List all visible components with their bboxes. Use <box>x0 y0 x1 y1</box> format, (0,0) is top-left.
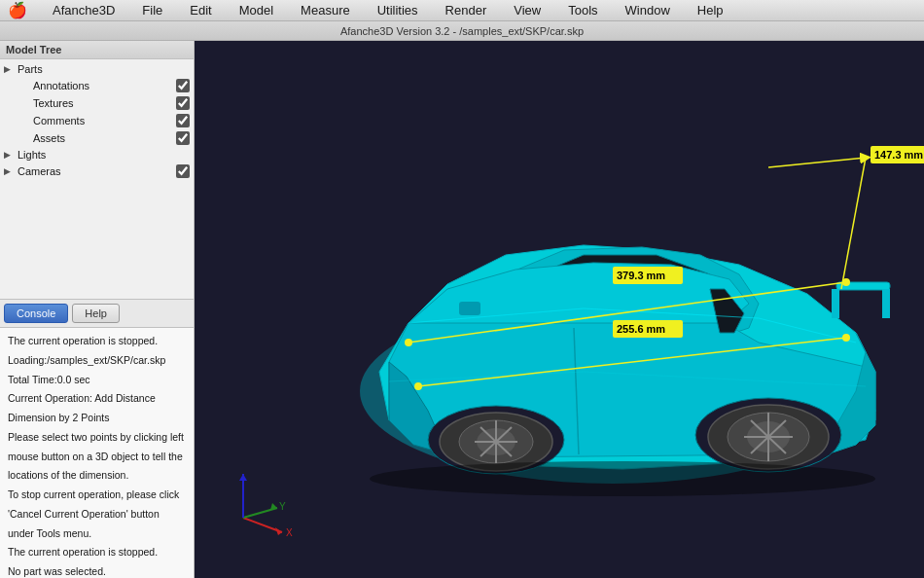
tree-item-lights[interactable]: ▶ Lights <box>0 147 194 163</box>
menu-model[interactable]: Model <box>233 1 279 19</box>
car-svg: 147.3 mm 379.3 mm 255.6 mm X <box>195 41 924 578</box>
svg-text:Y: Y <box>279 501 286 512</box>
console-line: No part was selected. <box>8 564 186 578</box>
tree-item-parts[interactable]: ▶ Parts <box>0 61 194 77</box>
svg-rect-9 <box>832 289 839 318</box>
menu-measure[interactable]: Measure <box>295 1 356 19</box>
svg-rect-14 <box>459 302 480 315</box>
model-tree-header: Model Tree <box>0 41 194 59</box>
car-scene: 147.3 mm 379.3 mm 255.6 mm X <box>195 41 924 578</box>
console-line: Loading:/samples_ext/SKP/car.skp <box>8 353 186 369</box>
svg-point-37 <box>405 339 412 346</box>
annotations-checkbox[interactable] <box>176 79 190 92</box>
menu-afanche3d[interactable]: Afanche3D <box>47 1 121 19</box>
console-line: locations of the dimension. <box>8 468 186 484</box>
console-line: Dimension by 2 Points <box>8 411 186 426</box>
parts-arrow: ▶ <box>4 64 18 74</box>
menu-view[interactable]: View <box>508 1 547 19</box>
svg-point-31 <box>370 461 875 496</box>
left-panel: Model Tree ▶ Parts Annotations Textures <box>0 41 195 578</box>
console-area: The current operation is stopped.Loading… <box>0 327 194 578</box>
svg-point-42 <box>414 382 422 390</box>
svg-point-38 <box>842 278 850 286</box>
lights-arrow: ▶ <box>4 150 18 160</box>
menu-window[interactable]: Window <box>620 1 676 19</box>
title-bar: Afanche3D Version 3.2 - /samples_ext/SKP… <box>0 21 924 41</box>
lights-label: Lights <box>18 149 190 161</box>
assets-checkbox[interactable] <box>176 131 190 145</box>
tree-item-annotations[interactable]: Annotations <box>0 77 194 94</box>
cameras-checkbox[interactable] <box>176 164 190 178</box>
console-line: To stop current operation, please click <box>8 488 186 503</box>
apple-menu[interactable]: 🍎 <box>8 1 27 19</box>
console-line: Please select two points by clicking lef… <box>8 430 186 446</box>
assets-label: Assets <box>33 132 176 144</box>
textures-checkbox[interactable] <box>176 96 190 110</box>
tree-item-comments[interactable]: Comments <box>0 112 194 129</box>
svg-text:147.3 mm: 147.3 mm <box>874 149 923 161</box>
textures-label: Textures <box>33 97 176 109</box>
comments-label: Comments <box>33 115 176 126</box>
console-line: Current Operation: Add Distance <box>8 391 186 407</box>
app-title: Afanche3D Version 3.2 - /samples_ext/SKP… <box>340 25 584 37</box>
svg-text:379.3 mm: 379.3 mm <box>617 270 665 281</box>
tree-item-cameras[interactable]: ▶ Cameras <box>0 163 194 180</box>
svg-rect-10 <box>882 289 890 318</box>
console-line: The current operation is stopped. <box>8 334 186 349</box>
viewport[interactable]: 147.3 mm 379.3 mm 255.6 mm X <box>195 41 924 578</box>
cameras-label: Cameras <box>18 165 176 177</box>
main-layout: Model Tree ▶ Parts Annotations Textures <box>0 41 924 578</box>
tree-item-assets[interactable]: Assets <box>0 129 194 147</box>
parts-label: Parts <box>18 63 190 75</box>
menu-render[interactable]: Render <box>440 1 493 19</box>
svg-text:255.6 mm: 255.6 mm <box>617 323 665 335</box>
tree-item-textures[interactable]: Textures <box>0 94 194 112</box>
menu-file[interactable]: File <box>136 1 168 19</box>
console-line: mouse button on a 3D object to tell the <box>8 450 186 465</box>
menu-tools[interactable]: Tools <box>562 1 603 19</box>
console-line: Total Time:0.0 sec <box>8 373 186 388</box>
menu-utilities[interactable]: Utilities <box>372 1 424 19</box>
svg-text:X: X <box>286 527 293 538</box>
tree-content: ▶ Parts Annotations Textures Comments <box>0 59 194 299</box>
comments-checkbox[interactable] <box>176 114 190 127</box>
menu-help[interactable]: Help <box>692 1 729 19</box>
svg-point-43 <box>842 334 850 342</box>
console-line: under Tools menu. <box>8 526 186 542</box>
console-button[interactable]: Console <box>4 304 68 323</box>
menu-edit[interactable]: Edit <box>184 1 217 19</box>
menu-bar: 🍎 Afanche3D File Edit Model Measure Util… <box>0 0 924 21</box>
console-line: 'Cancel Current Operation' button <box>8 507 186 523</box>
console-buttons: Console Help <box>0 299 194 327</box>
cameras-arrow: ▶ <box>4 166 18 176</box>
help-button[interactable]: Help <box>72 304 120 323</box>
console-line: The current operation is stopped. <box>8 545 186 560</box>
annotations-label: Annotations <box>33 80 176 91</box>
